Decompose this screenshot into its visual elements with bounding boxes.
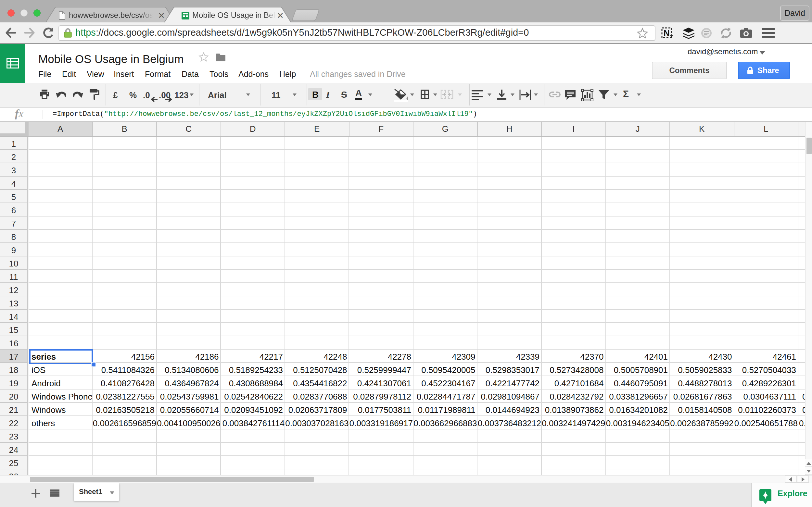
svg-text:N: N xyxy=(664,28,670,38)
